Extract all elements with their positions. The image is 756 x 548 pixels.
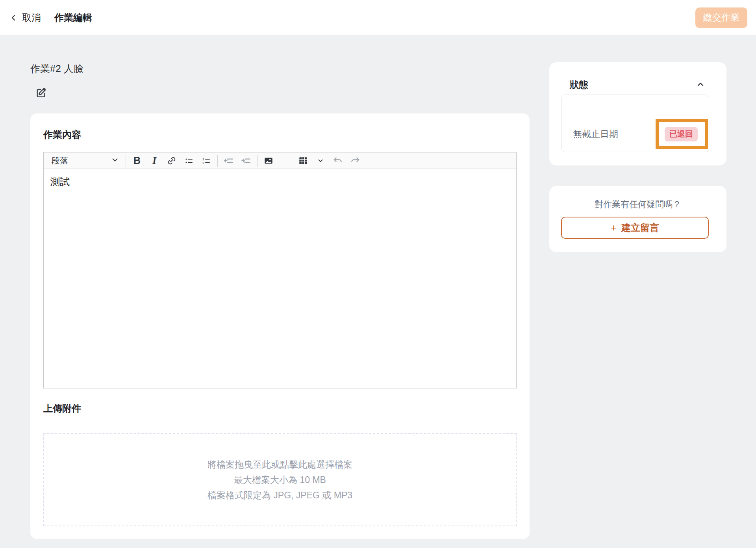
indent-icon [241,156,251,166]
cancel-label: 取消 [22,11,41,24]
redo-button[interactable] [346,154,364,168]
plus-icon: + [611,222,617,234]
blockquote-icon: “ [281,156,291,165]
status-badge: 已退回 [665,127,698,141]
edit-title-button[interactable] [34,86,48,100]
insert-image-button[interactable] [260,154,277,168]
insert-table-button[interactable] [295,154,312,168]
status-box: 無截止日期 已退回 [561,95,709,152]
table-icon [298,156,308,166]
top-bar: 取消 作業編輯 繳交作業 [0,0,756,35]
undo-icon [333,156,343,166]
status-empty-field[interactable] [562,95,709,116]
indent-button[interactable] [237,154,255,168]
bullet-list-button[interactable] [180,154,198,168]
italic-icon: I [152,155,156,166]
comment-card: 對作業有任何疑問嗎？ + 建立留言 [549,186,726,252]
create-comment-button[interactable]: + 建立留言 [561,217,709,239]
editor-toolbar: 段落 B I [44,152,516,169]
chevron-down-icon [317,157,324,164]
outdent-icon [224,156,234,166]
due-date-label: 無截止日期 [573,128,618,140]
paragraph-style-label: 段落 [52,155,68,166]
dropzone-format-limit: 檔案格式限定為 JPG, JPEG 或 MP3 [208,489,352,502]
status-card: 狀態 無截止日期 已退回 [549,62,726,165]
chevron-down-icon [111,156,119,166]
numbered-list-icon: 1 2 [202,156,211,165]
content-section-title: 作業內容 [43,128,81,141]
outdent-button[interactable] [220,154,237,168]
chevron-left-icon [9,13,18,22]
italic-button[interactable]: I [146,154,163,168]
toolbar-divider [257,155,258,167]
due-date-row: 無截止日期 已退回 [562,116,709,152]
toolbar-divider [126,155,126,167]
edit-pencil-icon [35,94,47,100]
assignment-edit-page: 取消 作業編輯 繳交作業 作業#2 人臉 作業內容 段落 [0,0,756,548]
assignment-content-card: 作業內容 段落 B I [30,113,530,539]
rich-text-editor: 段落 B I [43,152,517,388]
editor-text-area[interactable]: 測試 [44,169,516,388]
blockquote-button[interactable]: “ [277,154,295,168]
comment-question: 對作業有任何疑問嗎？ [549,199,726,210]
page-title: 作業編輯 [54,11,92,24]
upload-section-title: 上傳附件 [43,402,81,415]
create-comment-label: 建立留言 [621,221,659,234]
bold-button[interactable]: B [128,154,146,168]
link-icon [167,156,176,165]
dropzone-instruction: 將檔案拖曳至此或點擊此處選擇檔案 [208,458,352,472]
toolbar-divider [217,155,218,167]
paragraph-style-dropdown[interactable]: 段落 [46,154,123,168]
status-header: 狀態 [570,79,706,91]
dropzone-size-limit: 最大檔案大小為 10 MB [234,473,326,487]
svg-text:2: 2 [202,161,204,165]
redo-icon [350,156,360,166]
numbered-list-button[interactable]: 1 2 [198,154,215,168]
svg-text:1: 1 [202,157,204,161]
bold-icon: B [133,155,141,166]
assignment-title: 作業#2 人臉 [30,62,83,75]
cancel-button[interactable]: 取消 [9,11,41,24]
chevron-up-icon [696,84,705,90]
image-icon [263,156,274,166]
status-title: 狀態 [570,79,588,91]
link-button[interactable] [163,154,180,168]
bullet-list-icon [184,156,194,165]
submit-assignment-button[interactable]: 繳交作業 [695,7,747,28]
undo-button[interactable] [329,154,346,168]
collapse-status-button[interactable] [695,79,706,91]
file-dropzone[interactable]: 將檔案拖曳至此或點擊此處選擇檔案 最大檔案大小為 10 MB 檔案格式限定為 J… [43,433,517,526]
table-options-button[interactable] [312,154,329,168]
